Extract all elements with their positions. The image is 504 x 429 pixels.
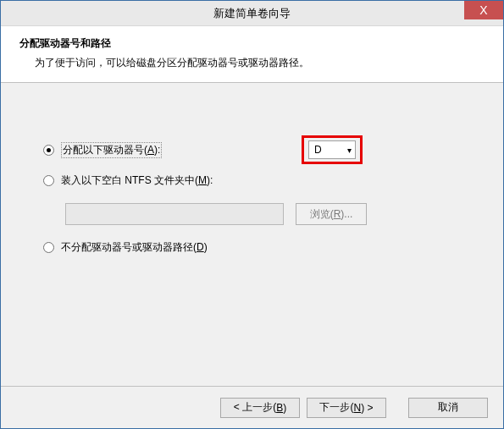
folder-path-input <box>65 203 284 225</box>
option-assign-letter: 分配以下驱动器号(A): <box>43 142 469 158</box>
close-icon: X <box>479 3 487 17</box>
back-button[interactable]: < 上一步(B) <box>220 398 300 418</box>
option-mount-folder: 装入以下空白 NTFS 文件夹中(M): <box>43 173 469 188</box>
cancel-button[interactable]: 取消 <box>408 398 488 418</box>
folder-path-row: 浏览(R)... <box>65 203 469 225</box>
radio-no-assign[interactable] <box>43 242 54 253</box>
radio-assign-letter[interactable] <box>43 145 54 156</box>
label-no-assign: 不分配驱动器号或驱动器路径(D) <box>61 240 208 255</box>
drive-letter-highlight: D ▾ <box>302 135 363 164</box>
next-button[interactable]: 下一步(N) > <box>307 398 386 418</box>
page-subtitle: 为了便于访问，可以给磁盘分区分配驱动器号或驱动器路径。 <box>19 56 485 70</box>
wizard-footer: < 上一步(B) 下一步(N) > 取消 <box>1 386 503 428</box>
titlebar: 新建简单卷向导 X <box>1 1 503 26</box>
label-mount-folder: 装入以下空白 NTFS 文件夹中(M): <box>61 173 213 188</box>
option-no-assign: 不分配驱动器号或驱动器路径(D) <box>43 240 469 255</box>
window-title: 新建简单卷向导 <box>213 6 291 21</box>
radio-mount-folder[interactable] <box>43 175 54 186</box>
wizard-body: D ▾ 分配以下驱动器号(A): 装入以下空白 NTFS 文件夹中(M): 浏览… <box>1 83 503 386</box>
drive-letter-value: D <box>314 144 322 156</box>
wizard-header: 分配驱动器号和路径 为了便于访问，可以给磁盘分区分配驱动器号或驱动器路径。 <box>1 26 503 82</box>
page-title: 分配驱动器号和路径 <box>19 36 485 51</box>
label-assign-letter: 分配以下驱动器号(A): <box>61 142 162 158</box>
chevron-down-icon: ▾ <box>347 146 352 155</box>
browse-button: 浏览(R)... <box>296 203 367 225</box>
wizard-window: 新建简单卷向导 X 分配驱动器号和路径 为了便于访问，可以给磁盘分区分配驱动器号… <box>0 0 504 429</box>
close-button[interactable]: X <box>464 1 503 19</box>
drive-letter-select[interactable]: D ▾ <box>308 140 356 159</box>
